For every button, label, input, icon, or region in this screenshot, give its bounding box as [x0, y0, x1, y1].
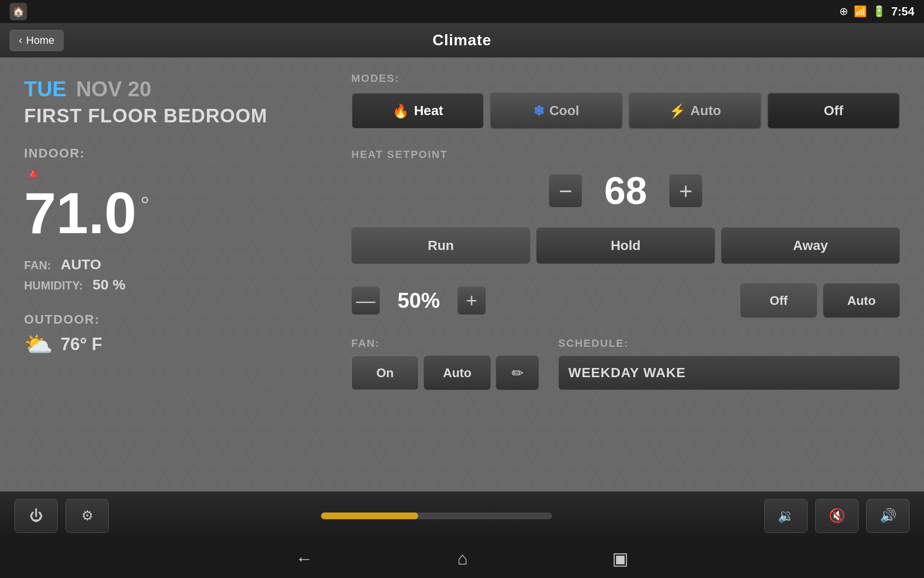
fan-schedule-row: FAN: On Auto ✏ SCHEDULE: WEEKDAY WAKE [351, 337, 900, 390]
fan-section: FAN: On Auto ✏ [351, 337, 539, 390]
day-display: TUE [24, 77, 66, 101]
setpoint-control: − 68 + [351, 169, 900, 213]
outdoor-temp: 76° F [61, 334, 102, 355]
humidity-off-button[interactable]: Off [740, 283, 817, 318]
mode-auto-label: Auto [691, 103, 721, 118]
volume-high-icon: 🔊 [880, 508, 897, 524]
humidity-control-row: — 50% + Off Auto [351, 283, 900, 318]
right-panel: MODES: 🔥 Heat ❄ Cool ⚡ Auto Off HEAT SET… [327, 58, 924, 491]
mode-auto-button[interactable]: ⚡ Auto [629, 92, 761, 129]
flame-icon: 🔺 [24, 164, 303, 182]
setpoint-increment-button[interactable]: + [669, 174, 703, 208]
status-bar: 🏠 ⊕ 📶 🔋 7:54 [0, 0, 924, 23]
chevron-left-icon: ‹ [19, 34, 22, 47]
volume-high-button[interactable]: 🔊 [866, 499, 910, 533]
volume-mute-button[interactable]: 🔇 [815, 499, 859, 533]
fan-buttons-row: On Auto ✏ [351, 355, 539, 390]
page-title: Climate [433, 31, 492, 49]
main-content: TUE NOV 20 FIRST FLOOR BEDROOM INDOOR: 🔺… [0, 58, 924, 491]
fan-humidity-section: FAN: AUTO HUMIDITY: 50 % [24, 256, 303, 293]
run-button[interactable]: Run [351, 227, 530, 264]
volume-low-icon: 🔉 [778, 508, 795, 524]
settings-icon: ⚙ [81, 508, 93, 524]
indoor-label: INDOOR: [24, 146, 303, 161]
progress-bar-fill [321, 512, 418, 519]
power-button[interactable]: ⏻ [14, 499, 58, 533]
back-nav-icon: ← [295, 549, 313, 569]
title-bar: ‹ Home Climate [0, 23, 924, 58]
humidity-pct-display: 50% [390, 289, 448, 313]
back-button[interactable]: ‹ Home [10, 30, 64, 51]
away-button[interactable]: Away [721, 227, 900, 264]
recents-nav-button[interactable]: ▣ [612, 549, 629, 569]
schedule-label: SCHEDULE: [558, 337, 900, 350]
progress-bar-track [321, 512, 552, 519]
humidity-minus-icon: — [356, 290, 375, 312]
weather-icon: ⛅ [24, 331, 53, 358]
recents-nav-icon: ▣ [612, 549, 629, 569]
toolbar-left: ⏻ ⚙ [14, 499, 109, 533]
schedule-section: SCHEDULE: WEEKDAY WAKE [558, 337, 900, 390]
setpoint-label: HEAT SETPOINT [351, 148, 900, 161]
outdoor-info: ⛅ 76° F [24, 331, 303, 358]
cool-icon: ❄ [533, 103, 544, 119]
edit-icon: ✏ [512, 365, 524, 381]
toolbar-right: 🔉 🔇 🔊 [764, 499, 910, 533]
bluetooth-icon: ⊕ [839, 5, 848, 18]
status-bar-left: 🏠 [10, 3, 27, 20]
status-bar-right: ⊕ 📶 🔋 7:54 [839, 5, 914, 18]
outdoor-label: OUTDOOR: [24, 312, 303, 327]
auto-icon: ⚡ [669, 103, 686, 119]
modes-label: MODES: [351, 72, 900, 85]
setpoint-decrement-button[interactable]: − [549, 174, 582, 208]
mode-cool-button[interactable]: ❄ Cool [490, 92, 623, 129]
battery-icon: 🔋 [873, 5, 886, 18]
power-icon: ⏻ [29, 508, 43, 524]
temperature-display: 71.0 ° [24, 184, 303, 242]
fan-edit-button[interactable]: ✏ [496, 355, 539, 390]
back-nav-button[interactable]: ← [295, 549, 313, 569]
mode-off-label: Off [824, 103, 843, 118]
humidity-increment-button[interactable]: + [457, 286, 486, 315]
modes-row: 🔥 Heat ❄ Cool ⚡ Auto Off [351, 92, 900, 129]
room-name: FIRST FLOOR BEDROOM [24, 105, 303, 127]
left-panel: TUE NOV 20 FIRST FLOOR BEDROOM INDOOR: 🔺… [0, 58, 327, 491]
mode-off-button[interactable]: Off [767, 92, 900, 129]
toolbar-center [109, 512, 764, 519]
home-nav-button[interactable]: ⌂ [457, 549, 468, 569]
outdoor-section: OUTDOOR: ⛅ 76° F [24, 312, 303, 358]
bottom-toolbar: ⏻ ⚙ 🔉 🔇 🔊 [0, 491, 924, 539]
date-display: NOV 20 [76, 77, 152, 101]
heat-icon: 🔥 [392, 103, 409, 119]
humidity-auto-button[interactable]: Auto [823, 283, 900, 318]
setpoint-value: 68 [597, 169, 654, 213]
volume-mute-icon: 🔇 [829, 508, 846, 524]
fan-value: AUTO [61, 256, 101, 273]
mode-heat-button[interactable]: 🔥 Heat [351, 92, 484, 129]
app-icon: 🏠 [10, 3, 27, 20]
humidity-plus-icon: + [466, 290, 477, 312]
humidity-decrement-button[interactable]: — [351, 286, 380, 315]
plus-icon: + [679, 178, 693, 204]
degree-symbol: ° [141, 192, 150, 218]
hold-button[interactable]: Hold [536, 227, 715, 264]
humidity-mode-buttons: Off Auto [740, 283, 900, 318]
humidity-value: 50 % [92, 276, 125, 293]
minus-icon: − [559, 178, 572, 204]
fan-auto-button[interactable]: Auto [424, 355, 491, 390]
settings-button[interactable]: ⚙ [65, 499, 109, 533]
wifi-icon: 📶 [854, 5, 867, 18]
nav-bar: ← ⌂ ▣ [0, 539, 924, 578]
fan-label: FAN: [24, 259, 51, 272]
schedule-value-display: WEEKDAY WAKE [558, 355, 900, 390]
indoor-temp-value: 71.0 [24, 184, 137, 242]
back-label: Home [26, 34, 54, 47]
date-line: TUE NOV 20 [24, 77, 303, 101]
fan-on-button[interactable]: On [351, 355, 419, 390]
mode-heat-label: Heat [414, 103, 443, 118]
volume-low-button[interactable]: 🔉 [764, 499, 808, 533]
fan-line: FAN: AUTO [24, 256, 303, 273]
humidity-label: HUMIDITY: [24, 279, 83, 292]
fan-section-label: FAN: [351, 337, 539, 350]
home-nav-icon: ⌂ [457, 549, 468, 569]
